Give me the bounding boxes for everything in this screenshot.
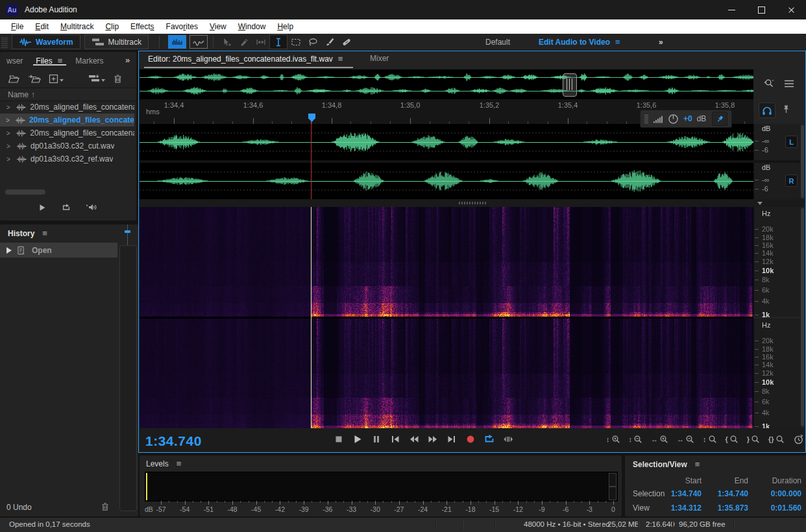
zoom-navigator-button[interactable] (764, 78, 775, 91)
zoom-out-full-button[interactable]: ↕ (701, 433, 720, 446)
expand-chevron-icon[interactable]: > (0, 117, 16, 124)
history-item-open[interactable]: Open (0, 243, 117, 258)
view-end-value[interactable]: 1:35.873 (708, 503, 748, 513)
waveform-left-canvas[interactable] (140, 124, 753, 160)
view-start-value[interactable]: 1:34.312 (661, 503, 702, 513)
multitrack-view-button[interactable]: Multitrack (84, 34, 149, 49)
waveform-vertical-scrollbar[interactable] (801, 125, 804, 198)
splitter-grip[interactable] (459, 202, 487, 204)
move-tool-button[interactable] (219, 35, 236, 49)
file-row-2[interactable]: >20ms_aligned_files_concatena (0, 127, 134, 139)
editor-panel-menu-icon[interactable]: ≡ (338, 54, 343, 64)
files-panel-overflow[interactable]: » (125, 55, 130, 65)
workspace-overflow-chevron[interactable]: » (659, 38, 664, 47)
hud-gain-value[interactable]: +0 (683, 114, 692, 123)
show-spectral-display-button[interactable] (189, 35, 208, 49)
view-duration-value[interactable]: 0:01.560 (759, 503, 801, 513)
zoom-out-amplitude-button[interactable]: ↕ (627, 433, 646, 446)
skip-to-end-button[interactable] (442, 432, 461, 446)
new-file-button[interactable] (49, 74, 64, 84)
zoom-out-time-button[interactable]: ↔ (675, 433, 697, 446)
menu-window[interactable]: Window (232, 22, 272, 31)
channel-badge-right[interactable]: R (785, 175, 798, 187)
time-selection-tool-button[interactable] (269, 34, 287, 49)
preview-loop-button[interactable] (61, 203, 71, 214)
amplitude-scale-left[interactable]: dB -∞ -6 L (753, 124, 801, 160)
waveform-right-canvas[interactable] (140, 163, 753, 199)
toolbar-grip[interactable] (1, 36, 8, 48)
hud-volume-bars-icon[interactable] (653, 115, 663, 123)
history-slider-handle[interactable] (125, 230, 130, 233)
menu-effects[interactable]: Effects (125, 22, 160, 31)
clip-indicator-right[interactable] (609, 487, 617, 500)
play-button[interactable] (348, 432, 367, 446)
file-row-1[interactable]: >20ms_aligned_files_concatena (0, 114, 134, 127)
menu-favorites[interactable]: Favorites (160, 22, 204, 31)
spectrogram-left-canvas[interactable] (140, 207, 753, 317)
tab-editor[interactable]: Editor: 20ms_aligned_files_concatenated.… (148, 54, 343, 64)
razor-tool-button[interactable] (236, 35, 252, 49)
zoom-in-time-button[interactable]: ↔ (649, 433, 671, 446)
playhead-marker[interactable] (308, 114, 315, 122)
menu-file[interactable]: File (5, 22, 29, 31)
workspace-active[interactable]: Edit Audio to Video ≡ (539, 37, 620, 47)
lasso-selection-tool-button[interactable] (304, 35, 321, 49)
selection-end-value[interactable]: 1:34.740 (708, 489, 748, 498)
paintbrush-tool-button[interactable] (321, 35, 338, 49)
splitter-collapse-icon[interactable] (757, 202, 763, 205)
waveform-channel-left[interactable] (140, 124, 753, 160)
pause-button[interactable] (367, 432, 385, 446)
overview-waveform-canvas[interactable] (140, 69, 753, 99)
zoom-in-right-selection-button[interactable]: } (745, 433, 763, 446)
overview-navigator[interactable] (140, 69, 753, 99)
import-file-button[interactable] (28, 74, 41, 84)
navigator-view-handle[interactable] (563, 73, 577, 97)
selection-duration-value[interactable]: 0:00.000 (759, 489, 801, 498)
menu-help[interactable]: Help (271, 22, 299, 31)
files-horizontal-scrollbar[interactable] (5, 189, 45, 195)
spectrogram-channel-right[interactable] (140, 319, 753, 428)
zoom-to-selection-button[interactable]: {} (766, 433, 787, 446)
zoom-in-amplitude-button[interactable]: ↕ (604, 433, 623, 446)
open-file-button[interactable] (8, 74, 20, 84)
ruler-unit-label[interactable]: hms (146, 108, 160, 115)
frequency-scale-left[interactable]: Hz20k18k16k14k12k10k8k6k4k1k (753, 207, 801, 317)
view-splitter[interactable] (140, 199, 805, 207)
menu-clip[interactable]: Clip (99, 22, 125, 31)
hud-pin-button[interactable] (712, 112, 727, 126)
monitor-button[interactable] (759, 103, 775, 118)
marquee-selection-tool-button[interactable] (287, 35, 304, 49)
menu-multitrack[interactable]: Multitrack (55, 22, 99, 31)
waveform-channel-right[interactable] (140, 163, 753, 199)
selection-view-menu-icon[interactable]: ≡ (695, 459, 700, 469)
files-tab-files[interactable]: Files≡ (29, 56, 69, 66)
spot-healing-brush-button[interactable] (338, 35, 355, 49)
frequency-scale-right[interactable]: Hz20k18k16k14k12k10k8k6k4k1k (753, 319, 801, 428)
maximize-button[interactable] (746, 0, 776, 19)
tab-mixer[interactable]: Mixer (370, 54, 389, 63)
spectrogram-channel-left[interactable] (140, 207, 753, 317)
loop-playback-button[interactable] (480, 432, 498, 446)
expand-chevron-icon[interactable]: > (0, 130, 16, 137)
files-name-column-header[interactable]: Name ↑ (0, 88, 136, 101)
rewind-button[interactable] (404, 432, 423, 446)
zoom-duration-button[interactable] (791, 433, 806, 446)
insert-into-multitrack-button[interactable] (88, 74, 105, 84)
history-panel-menu-icon[interactable]: ≡ (42, 228, 47, 238)
expand-chevron-icon[interactable]: > (0, 156, 17, 163)
files-tab-wser[interactable]: wser (0, 56, 29, 66)
clip-indicator-left[interactable] (609, 473, 617, 487)
zoom-in-left-selection-button[interactable]: { (724, 433, 741, 446)
close-button[interactable] (776, 0, 806, 19)
time-display[interactable]: 1:34.740 (145, 433, 202, 449)
skip-to-start-button[interactable] (385, 432, 404, 446)
history-delete-button[interactable] (101, 502, 110, 513)
channel-badge-left[interactable]: L (785, 136, 798, 148)
waveform-view-button[interactable]: Waveform (12, 34, 80, 49)
slip-tool-button[interactable] (252, 35, 269, 49)
file-row-3[interactable]: >dp01a3s03.c32_cut.wav (0, 139, 134, 152)
workspace-menu-icon[interactable]: ≡ (615, 37, 620, 47)
workspace-default[interactable]: Default (485, 38, 510, 47)
show-waveform-display-button[interactable] (168, 35, 186, 49)
delete-file-button[interactable] (113, 74, 123, 84)
